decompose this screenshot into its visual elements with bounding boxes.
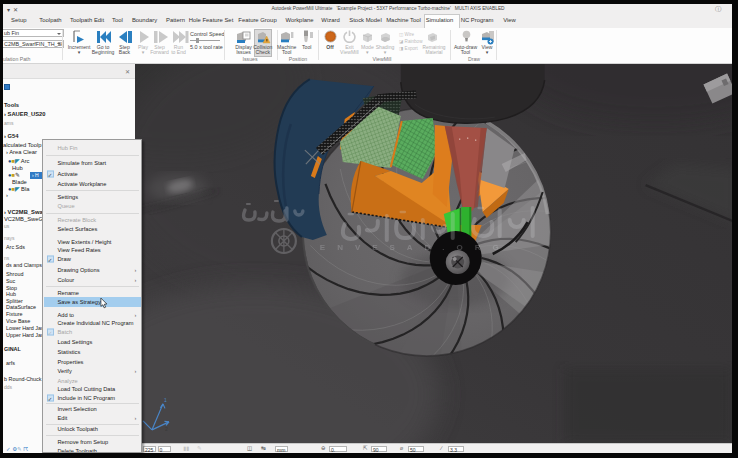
svg-text:2: 2 — [165, 426, 168, 432]
svg-text:1: 1 — [164, 397, 167, 403]
svg-text:ENVESAD.ORG: ENVESAD.ORG — [320, 243, 511, 252]
